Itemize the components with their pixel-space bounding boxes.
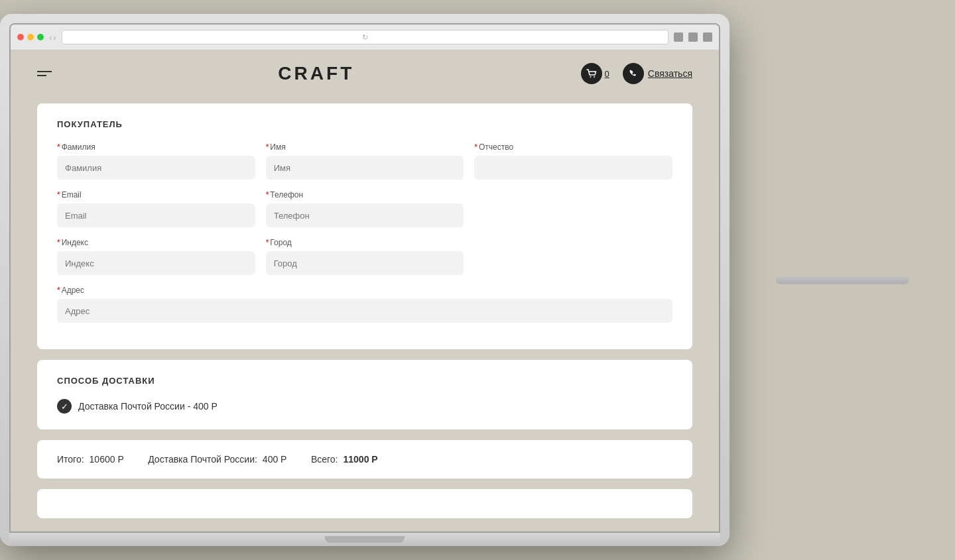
city-label: *Город <box>266 238 464 247</box>
browser-nav: ‹ › <box>49 32 56 42</box>
form-row-2: *Email *Телефон <box>57 190 672 227</box>
middlename-label: *Отчество <box>474 142 672 152</box>
nav-right: 0 Связаться <box>581 63 692 84</box>
url-bar[interactable]: ↻ <box>62 30 668 44</box>
menu-line-2 <box>37 75 46 76</box>
email-required: * <box>57 190 60 199</box>
total-value: 11000 Р <box>344 454 378 465</box>
city-required: * <box>266 238 269 247</box>
forward-icon[interactable]: › <box>53 32 56 42</box>
city-group: *Город <box>266 238 464 275</box>
phone-required: * <box>266 190 269 199</box>
phone-icon-circle <box>623 63 644 84</box>
navbar: CRAFT 0 <box>11 50 719 97</box>
delivery-option[interactable]: ✓ Доставка Почтой России - 400 Р <box>57 399 672 414</box>
lastname-label: *Фамилия <box>57 142 255 152</box>
address-label: *Адрес <box>57 286 672 295</box>
contact-label[interactable]: Связаться <box>648 68 692 79</box>
svg-point-0 <box>590 76 591 78</box>
browser-icon-3[interactable] <box>703 32 712 42</box>
lastname-input[interactable] <box>57 156 255 180</box>
phone-icon <box>629 69 638 78</box>
email-group: *Email <box>57 190 255 227</box>
index-group: *Индекс <box>57 238 255 275</box>
maximize-button[interactable] <box>37 34 44 40</box>
phone-group: *Телефон <box>266 190 464 227</box>
delivery-label: Доставка Почтой России: <box>148 454 257 465</box>
browser-chrome: ‹ › ↻ <box>11 25 719 50</box>
back-icon[interactable]: ‹ <box>49 32 52 42</box>
delivery-option-label: Доставка Почтой России - 400 Р <box>78 401 218 412</box>
email-label: *Email <box>57 190 255 199</box>
menu-button[interactable] <box>37 71 52 76</box>
cart-icon <box>586 69 597 78</box>
separator-2 <box>297 453 300 465</box>
subtotal-label: Итого: <box>57 454 84 465</box>
reload-icon: ↻ <box>362 33 368 42</box>
index-input[interactable] <box>57 251 255 275</box>
email-input[interactable] <box>57 203 255 227</box>
delivery-value: 400 Р <box>263 454 287 465</box>
delivery-section-title: СПОСОБ ДОСТАВКИ <box>57 376 672 386</box>
firstname-label: *Имя <box>266 142 464 152</box>
form-row-3: *Индекс *Город <box>57 238 672 275</box>
address-input[interactable] <box>57 299 672 323</box>
checkmark: ✓ <box>61 402 68 411</box>
summary-row: Итого: 10600 Р Доставка Почтой России: 4… <box>57 453 672 465</box>
middlename-group: *Отчество <box>474 142 672 180</box>
cart-count: 0 <box>605 69 609 79</box>
browser-icon-2[interactable] <box>688 32 698 42</box>
middlename-input[interactable] <box>474 156 672 180</box>
form-row-1: *Фамилия *Имя *Отчество <box>57 142 672 180</box>
form-row-4: *Адрес <box>57 286 672 323</box>
page-content: CRAFT 0 <box>11 50 719 532</box>
address-required: * <box>57 286 60 295</box>
index-required: * <box>57 238 60 247</box>
lastname-required: * <box>57 142 60 152</box>
middlename-required: * <box>474 142 478 152</box>
minimize-button[interactable] <box>27 34 34 40</box>
contact-button[interactable]: Связаться <box>623 63 692 84</box>
separator-1 <box>135 453 137 465</box>
firstname-input[interactable] <box>266 156 464 180</box>
delivery-section: СПОСОБ ДОСТАВКИ ✓ Доставка Почтой России… <box>37 360 692 429</box>
phone-label: *Телефон <box>266 190 464 199</box>
site-logo: CRAFT <box>278 63 354 84</box>
city-input[interactable] <box>266 251 464 275</box>
firstname-required: * <box>266 142 269 152</box>
delivery-check-icon: ✓ <box>57 399 72 414</box>
cart-button[interactable]: 0 <box>581 63 609 84</box>
subtotal-value: 10600 Р <box>90 454 124 465</box>
address-group: *Адрес <box>57 286 672 323</box>
bottom-card <box>37 489 692 518</box>
laptop-stand <box>776 276 909 284</box>
close-button[interactable] <box>17 34 24 40</box>
total-label: Всего: <box>311 454 338 465</box>
buyer-section-title: ПОКУПАТЕЛЬ <box>57 119 672 129</box>
lastname-group: *Фамилия <box>57 142 255 180</box>
summary-section: Итого: 10600 Р Доставка Почтой России: 4… <box>37 440 692 478</box>
index-label: *Индекс <box>57 238 255 247</box>
phone-input[interactable] <box>266 203 464 227</box>
browser-actions <box>674 32 712 42</box>
traffic-lights <box>17 34 44 40</box>
menu-line-1 <box>37 71 52 72</box>
browser-icon-1[interactable] <box>674 32 683 42</box>
svg-point-1 <box>594 76 595 78</box>
laptop-base <box>9 533 720 546</box>
content-area: ПОКУПАТЕЛЬ *Фамилия *Имя <box>11 97 719 532</box>
laptop-notch <box>325 536 405 543</box>
buyer-section: ПОКУПАТЕЛЬ *Фамилия *Имя <box>37 103 692 349</box>
cart-icon-circle <box>581 63 602 84</box>
firstname-group: *Имя <box>266 142 464 180</box>
